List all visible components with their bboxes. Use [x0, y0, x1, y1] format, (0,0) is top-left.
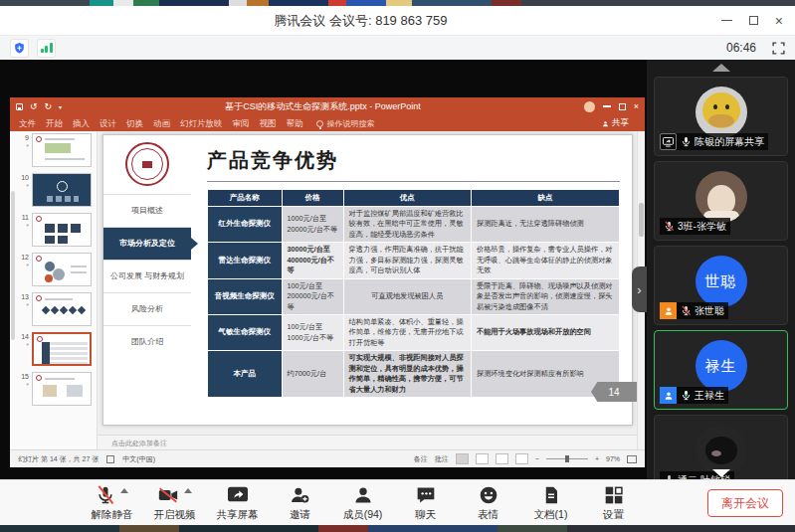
network-signal-icon	[41, 43, 53, 53]
unmute-button[interactable]: 解除静音	[91, 484, 134, 522]
reactions-button[interactable]: 表情	[467, 484, 510, 522]
ppt-tab-animations[interactable]: 动画	[148, 115, 175, 131]
thumbnail-slide-10[interactable]: 10*	[18, 173, 94, 207]
smiley-icon	[479, 485, 498, 505]
ppt-account-avatar[interactable]	[584, 101, 595, 112]
slideshow-view-icon[interactable]	[515, 453, 528, 464]
participant-name: 3班-张学敏	[678, 220, 726, 234]
mic-icon	[681, 136, 692, 147]
co-host-badge-icon	[660, 387, 677, 404]
save-icon[interactable]	[16, 103, 23, 110]
ppt-tab-view[interactable]: 视图	[255, 115, 282, 131]
thumbnail-slide-9[interactable]: 9*	[18, 133, 94, 167]
current-slide-canvas[interactable]: 项目概述 市场分析及定位 公司发展 与财务规划 风险分析 团队介绍 产品竞争优势	[102, 134, 633, 426]
audio-options-caret-icon[interactable]	[120, 488, 128, 493]
thumbnail-slide-14-current[interactable]: 14*	[18, 332, 94, 366]
thumbnail-slide-12[interactable]: 12*	[18, 253, 94, 286]
competitor-table: 产品名称 价格 优点 缺点 红外生命探测仪 1000元/台至20000元/台不等	[207, 189, 620, 398]
slide-sorter-view-icon[interactable]	[476, 453, 489, 464]
accessibility-icon	[106, 455, 114, 463]
slide-thumbnail-panel[interactable]: 9* 10* 11*	[10, 131, 98, 449]
language-indicator[interactable]: 中文(中国)	[122, 454, 155, 464]
layout-grid-icon	[604, 485, 624, 505]
docs-button[interactable]: 文档(1)	[529, 484, 573, 522]
thumbnail-slide-11[interactable]: 11*	[18, 213, 94, 247]
shield-icon	[13, 42, 26, 55]
leave-meeting-button[interactable]: 离开会议	[707, 489, 783, 517]
notes-toggle[interactable]: 备注	[414, 454, 428, 464]
ppt-tab-design[interactable]: 设计	[95, 115, 121, 131]
undo-icon[interactable]: ↺	[30, 101, 38, 111]
slide-title: 产品竞争优势	[207, 147, 620, 174]
scroll-down-participants-icon[interactable]	[712, 469, 730, 477]
redo-icon[interactable]: ↻	[45, 101, 53, 111]
ppt-tab-home[interactable]: 开始	[41, 115, 68, 131]
normal-view-icon[interactable]	[456, 453, 469, 464]
ppt-tell-me-search[interactable]: 操作说明搜索	[316, 118, 375, 129]
start-video-button[interactable]: 开启视频	[153, 484, 197, 522]
slide-content: 产品竞争优势 产品名称 价格 优点 缺点	[191, 135, 632, 425]
reading-view-icon[interactable]	[496, 453, 508, 464]
maximize-icon[interactable]	[749, 16, 758, 25]
meeting-infobar: 06:46	[0, 36, 795, 60]
settings-button[interactable]: 设置	[592, 484, 636, 522]
ppt-tab-help[interactable]: 帮助	[282, 115, 308, 131]
ppt-window-controls: ×	[584, 101, 639, 112]
chat-button[interactable]: 聊天	[404, 484, 448, 522]
participant-tile[interactable]: 3班-张学敏	[654, 161, 788, 241]
ppt-maximize-icon[interactable]	[619, 103, 626, 110]
share-screen-button[interactable]: 共享屏幕	[216, 484, 260, 522]
zoom-in-icon[interactable]: +	[595, 455, 599, 462]
window-controls: ×	[721, 16, 795, 26]
zoom-percentage[interactable]: 97%	[606, 455, 620, 462]
participant-tile-screen-share[interactable]: 陈银的屏幕共享	[654, 77, 788, 156]
avatar	[696, 87, 747, 138]
document-icon	[542, 485, 560, 505]
notes-pane[interactable]: 点击此处添加备注	[98, 435, 637, 449]
university-seal-logo	[125, 142, 169, 186]
title-divider	[207, 181, 620, 182]
meeting-main-area: ↺ ↻ ▾ 基于CSI的移动式生命探测系统.pptx - PowerPoint …	[0, 60, 795, 479]
ppt-tab-insert[interactable]: 插入	[68, 115, 95, 131]
comments-toggle[interactable]: 批注	[435, 454, 449, 464]
ppt-ribbon-tabs: 文件 开始 插入 设计 切换 动画 幻灯片放映 审阅 视图 帮助 操作说明搜索	[10, 115, 645, 131]
network-quality-chip[interactable]	[37, 39, 56, 58]
fullscreen-icon[interactable]	[772, 42, 785, 55]
ppt-tab-slideshow[interactable]: 幻灯片放映	[175, 115, 228, 131]
participant-tile[interactable]: 世聪 张世聪	[654, 246, 788, 325]
close-icon[interactable]: ×	[775, 16, 783, 26]
fit-to-window-icon[interactable]	[627, 455, 637, 463]
participants-panel: 陈银的屏幕共享 3班-	[647, 60, 795, 479]
members-person-icon	[353, 485, 373, 505]
thumbnail-scrollbar[interactable]	[11, 191, 15, 340]
participant-tile-active-speaker[interactable]: 禄生 王禄生	[654, 330, 788, 410]
ppt-minimize-icon[interactable]	[603, 105, 611, 106]
thumbnail-slide-13[interactable]: 13*	[18, 292, 94, 326]
ppt-body: 9* 10* 11*	[10, 131, 645, 449]
thumbnail-slide-15[interactable]: 15*	[18, 372, 94, 406]
lightbulb-icon	[316, 120, 323, 127]
panel-expand-chevron[interactable]: ›	[632, 266, 647, 312]
ppt-tab-review[interactable]: 审阅	[228, 115, 255, 131]
zoom-out-icon[interactable]: −	[535, 455, 539, 462]
video-options-caret-icon[interactable]	[184, 488, 192, 493]
ppt-tab-file[interactable]: 文件	[14, 115, 41, 131]
quick-access-dropdown-icon[interactable]: ▾	[59, 103, 62, 110]
security-shield-chip[interactable]	[10, 39, 29, 58]
table-row: 气敏生命探测仪 100元/台至1000元/台不等 结构简单紧凑、体积小、重量轻，…	[208, 314, 620, 350]
hand-raised-badge-icon	[660, 302, 677, 319]
ppt-tab-transitions[interactable]: 切换	[121, 115, 148, 131]
tencent-meeting-window: 腾讯会议 会议号: 819 863 759 × 06:46	[0, 0, 795, 532]
ppt-close-icon[interactable]: ×	[634, 101, 639, 111]
collapse-panel-icon[interactable]	[712, 64, 730, 72]
members-button[interactable]: 成员(94)	[341, 484, 385, 522]
powerpoint-window: ↺ ↻ ▾ 基于CSI的移动式生命探测系统.pptx - PowerPoint …	[10, 97, 645, 467]
invite-button[interactable]: 邀请	[279, 484, 322, 522]
zoom-slider[interactable]	[546, 458, 588, 459]
meeting-title: 腾讯会议 会议号: 819 863 759	[0, 12, 721, 30]
minimize-icon[interactable]	[721, 20, 732, 22]
desktop-background-strip-bottom	[0, 525, 795, 532]
mic-muted-icon	[681, 305, 692, 316]
mic-muted-icon	[96, 485, 115, 505]
ppt-share-button[interactable]: 共享	[602, 117, 629, 129]
